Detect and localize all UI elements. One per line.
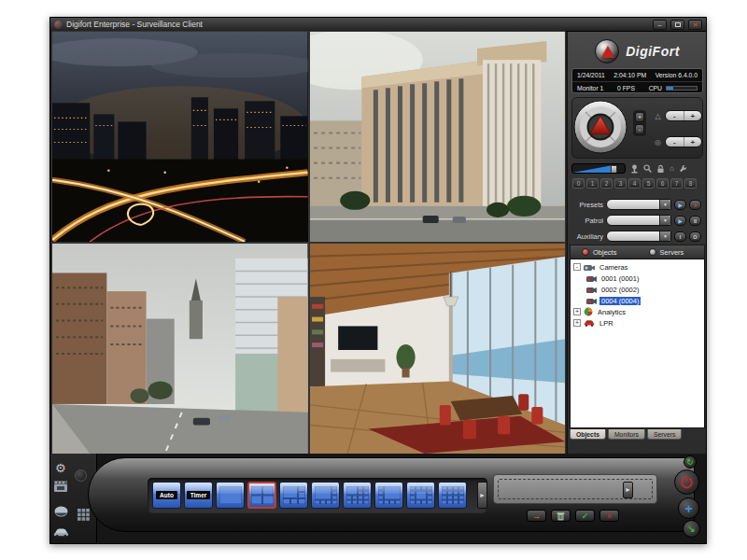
focus-minus-button[interactable]: - — [666, 137, 684, 147]
camera-icon — [586, 297, 597, 305]
living-room-image — [310, 244, 566, 454]
settings-gear-icon[interactable]: ⚙ — [55, 461, 66, 475]
auxiliary-dropdown-arrow-icon[interactable]: ▼ — [659, 231, 670, 241]
camera-icon — [586, 274, 597, 283]
bottom-tab-objects[interactable]: Objects — [570, 429, 606, 440]
layout-button-mosaic-center[interactable] — [406, 482, 435, 509]
cpu-meter — [666, 86, 698, 91]
speed-slider[interactable] — [571, 163, 626, 174]
preset-number-button-5[interactable]: 5 — [642, 178, 655, 189]
close-button[interactable]: × — [688, 20, 702, 30]
preset-number-button-1[interactable]: 1 — [586, 178, 599, 189]
status-led-button[interactable] — [75, 469, 87, 482]
tab-servers[interactable]: Servers — [638, 245, 705, 259]
confirm-button[interactable]: ✓ — [575, 510, 595, 522]
digifort-logo-icon — [595, 39, 619, 63]
iris-icon: ◎ — [654, 138, 662, 147]
home-icon[interactable]: ⌂ — [669, 164, 674, 174]
zoom-minus-button[interactable]: - — [666, 111, 684, 120]
preset-number-button-8[interactable]: 8 — [684, 178, 697, 189]
minimize-button[interactable]: – — [653, 20, 667, 30]
zoom-plus-button[interactable]: + — [684, 111, 702, 120]
preset-record-button[interactable]: ● — [689, 200, 701, 210]
lpr-car-button-icon[interactable] — [53, 525, 69, 541]
export-button[interactable]: ↘ — [683, 520, 700, 538]
tree-item-camera-0001[interactable]: 0001 (0001) — [571, 273, 704, 284]
layout-button-mosaic-1-7[interactable] — [311, 482, 340, 509]
bottom-tab-monitors[interactable]: Monitors — [608, 429, 645, 440]
layout-button-single-view[interactable] — [216, 482, 245, 509]
expand-icon[interactable]: + — [573, 319, 581, 327]
window-title: Digifort Enterprise - Surveillance Clien… — [66, 20, 649, 29]
presets-dropdown[interactable]: ▼ — [606, 199, 671, 210]
focus-pill: - + — [665, 136, 702, 147]
tree-group-cameras[interactable]: - Cameras — [571, 261, 704, 273]
bottom-tab-servers[interactable]: Servers — [647, 429, 682, 440]
bottom-toolbar: ⚙ AutoTimer ► ► → ✓ — [50, 454, 706, 543]
layout-button-timer[interactable]: Timer — [184, 482, 213, 509]
cancel-button[interactable]: × — [599, 510, 619, 522]
ptz-up-button[interactable]: + — [635, 112, 644, 122]
lpr-group-label: LPR — [598, 319, 615, 328]
tab-objects[interactable]: Objects — [571, 245, 638, 259]
refresh-button[interactable]: ↻ — [684, 455, 697, 469]
preset-go-button[interactable]: ▶ — [674, 200, 686, 210]
bottom-right-buttons: ↻ + ↘ — [667, 454, 708, 543]
layout-button-mosaic-1-12[interactable] — [343, 482, 372, 509]
camera-cell-office-building[interactable] — [310, 32, 566, 242]
drop-zone-scroll-button[interactable]: ► — [623, 482, 633, 498]
dome-camera-icon[interactable] — [54, 504, 68, 521]
patrol-dropdown[interactable]: ▼ — [606, 215, 671, 226]
camera-cell-interior[interactable] — [310, 244, 566, 454]
analytics-group-label: Analytics — [596, 308, 627, 316]
tree-item-camera-0002[interactable]: 0002 (0002) — [571, 284, 704, 295]
layout-button-quad-2x2[interactable] — [247, 482, 276, 509]
layout-scroll-right-button[interactable]: ► — [477, 482, 487, 509]
layout-button-label: Timer — [187, 491, 211, 499]
preset-number-button-3[interactable]: 3 — [614, 178, 627, 189]
tree-group-analytics[interactable]: + Analytics — [571, 306, 704, 317]
move-to-button[interactable]: → — [527, 510, 546, 522]
preset-number-button-7[interactable]: 7 — [670, 178, 683, 189]
expand-icon[interactable]: + — [573, 308, 581, 315]
preset-number-button-4[interactable]: 4 — [628, 178, 641, 189]
auxiliary-off-button[interactable]: O — [689, 231, 701, 242]
power-button[interactable] — [674, 469, 699, 495]
magnifier-icon[interactable] — [643, 164, 652, 174]
layout-button-mosaic-1-5[interactable] — [279, 482, 308, 509]
preset-number-button-2[interactable]: 2 — [600, 178, 613, 189]
matrix-grid-icon[interactable] — [78, 508, 90, 525]
camera-cell-street-view[interactable] — [52, 244, 308, 454]
preset-number-button-0[interactable]: 0 — [572, 178, 585, 189]
patrol-pause-button[interactable]: II — [689, 216, 701, 226]
lock-icon[interactable] — [656, 164, 665, 174]
layout-button-auto[interactable]: Auto — [152, 482, 181, 509]
joystick-mode-icon[interactable] — [630, 164, 639, 174]
ptz-down-button[interactable]: - — [635, 124, 644, 134]
focus-plus-button[interactable]: + — [684, 137, 702, 147]
collapse-icon[interactable]: - — [573, 263, 581, 271]
cameras-group-icon — [584, 263, 595, 272]
restore-button[interactable] — [670, 20, 684, 30]
check-icon: ✓ — [582, 511, 589, 521]
patrol-play-button[interactable]: ▶ — [674, 216, 686, 226]
trash-icon — [557, 511, 565, 521]
media-player-clapper-icon[interactable] — [54, 480, 69, 497]
ptz-joystick[interactable] — [573, 100, 627, 154]
auxiliary-on-button[interactable]: I — [674, 231, 686, 242]
add-button[interactable]: + — [678, 497, 699, 519]
auxiliary-dropdown[interactable]: ▼ — [606, 231, 671, 242]
camera-cell-night-city[interactable] — [52, 32, 308, 242]
wrench-icon[interactable] — [679, 164, 687, 174]
tree-item-camera-0004-selected[interactable]: 0004 (0004) — [571, 295, 704, 306]
preset-number-button-6[interactable]: 6 — [656, 178, 669, 189]
layout-button-grid-4x4[interactable] — [438, 482, 467, 509]
delete-button[interactable] — [551, 510, 571, 522]
patrol-dropdown-arrow-icon[interactable]: ▼ — [659, 216, 670, 225]
camera-0002-label: 0002 (0002) — [599, 286, 641, 294]
speed-slider-handle[interactable] — [611, 165, 617, 174]
layout-button-mosaic-1-7-alt[interactable] — [374, 482, 403, 509]
orange-arrow-icon: → — [532, 511, 541, 521]
presets-dropdown-arrow-icon[interactable]: ▼ — [659, 200, 670, 209]
tree-group-lpr[interactable]: + LPR — [571, 317, 704, 329]
